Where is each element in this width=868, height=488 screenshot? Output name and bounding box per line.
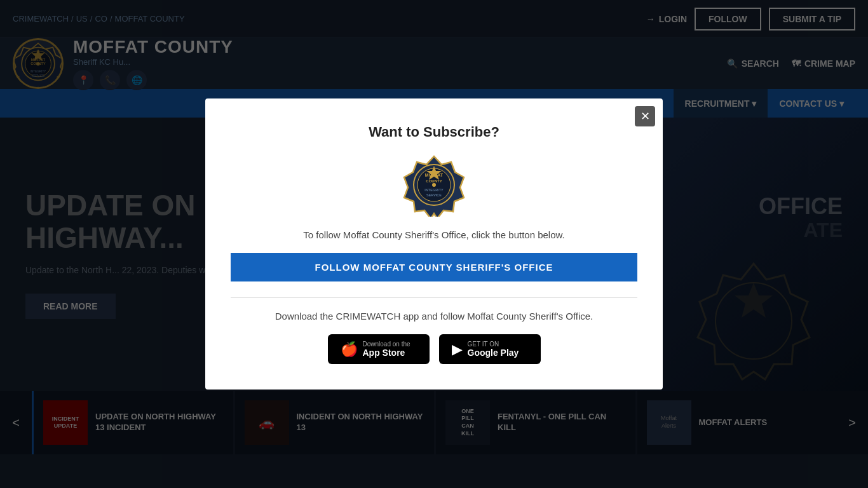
modal-follow-button[interactable]: FOLLOW MOFFAT COUNTY SHERIFF'S OFFICE	[231, 253, 637, 281]
svg-text:INTEGRITY: INTEGRITY	[424, 188, 444, 192]
modal-app-description: Download the CRIMEWATCH app and follow M…	[231, 311, 637, 322]
apple-icon: 🍎	[341, 341, 358, 358]
modal-description: To follow Moffat County Sheriff's Office…	[231, 229, 637, 240]
modal-store-buttons: 🍎 Download on the App Store ▶ GET IT ON …	[231, 334, 637, 364]
google-play-text: GET IT ON Google Play	[468, 341, 519, 358]
modal-badge: MOFFAT COUNTY INTEGRITY SERVICE	[402, 153, 466, 217]
app-store-text: Download on the App Store	[363, 341, 410, 358]
svg-point-20	[432, 183, 436, 187]
subscribe-modal: ✕ Want to Subscribe? MOFFAT COUNTY INTEG…	[205, 98, 663, 390]
modal-close-button[interactable]: ✕	[635, 106, 655, 126]
svg-text:SERVICE: SERVICE	[426, 193, 442, 197]
google-play-name: Google Play	[468, 348, 519, 358]
app-store-sub: Download on the	[363, 341, 410, 348]
modal-divider	[231, 297, 637, 298]
modal-title: Want to Subscribe?	[231, 124, 637, 140]
app-store-button[interactable]: 🍎 Download on the App Store	[328, 334, 430, 364]
app-store-name: App Store	[363, 348, 410, 358]
close-icon: ✕	[641, 109, 650, 123]
google-play-icon: ▶	[452, 341, 463, 358]
modal-overlay[interactable]: ✕ Want to Subscribe? MOFFAT COUNTY INTEG…	[0, 0, 868, 488]
google-play-sub: GET IT ON	[468, 341, 519, 348]
svg-text:COUNTY: COUNTY	[426, 179, 442, 183]
google-play-button[interactable]: ▶ GET IT ON Google Play	[439, 334, 541, 364]
